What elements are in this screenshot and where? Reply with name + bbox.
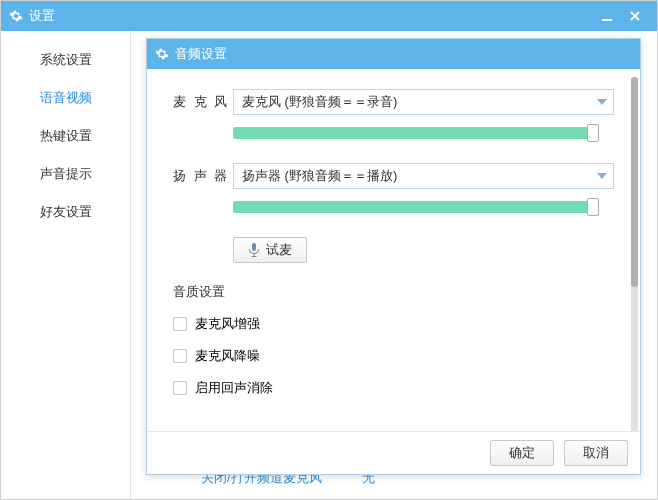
chevron-down-icon [597,173,607,179]
minimize-button[interactable] [593,2,621,30]
speaker-row: 扬 声 器 扬声器 (野狼音频＝＝播放) [173,163,614,189]
speaker-slider-row [173,201,614,213]
sidebar-item-label: 系统设置 [40,52,92,67]
titlebar: 设置 [1,1,657,31]
slider-thumb[interactable] [587,124,599,142]
test-mic-label: 试麦 [266,241,292,259]
sidebar-item-label: 好友设置 [40,204,92,219]
dialog-titlebar: 音频设置 [147,39,640,69]
gear-icon [155,47,169,61]
checkbox-mic-boost-row: 麦克风增强 [173,315,614,333]
checkbox-label: 启用回声消除 [195,379,273,397]
sidebar-item-label: 声音提示 [40,166,92,181]
checkbox-echo-cancel[interactable] [173,381,187,395]
checkbox-label: 麦克风降噪 [195,347,260,365]
svg-rect-0 [602,19,612,21]
sidebar-item-label: 语音视频 [40,90,92,105]
mic-slider-row [173,127,614,139]
test-mic-row: 试麦 [173,237,614,263]
scrollbar-thumb[interactable] [631,77,638,287]
window-title: 设置 [29,7,593,25]
dialog-title: 音频设置 [175,45,632,63]
sidebar-item-hotkeys[interactable]: 热键设置 [1,117,130,155]
mic-icon [248,243,260,257]
mic-label: 麦 克 风 [173,93,233,111]
gear-icon [9,9,23,23]
dialog-footer: 确定 取消 [147,431,640,474]
mic-select[interactable]: 麦克风 (野狼音频＝＝录音) [233,89,614,115]
checkbox-noise-reduction[interactable] [173,349,187,363]
chevron-down-icon [597,99,607,105]
speaker-volume-slider[interactable] [233,201,593,213]
sidebar-item-system[interactable]: 系统设置 [1,41,130,79]
ok-button[interactable]: 确定 [490,440,554,466]
quality-section-title: 音质设置 [173,283,614,301]
checkbox-label: 麦克风增强 [195,315,260,333]
mic-select-value: 麦克风 (野狼音频＝＝录音) [242,93,397,111]
speaker-select-value: 扬声器 (野狼音频＝＝播放) [242,167,397,185]
sidebar-item-voice-video[interactable]: 语音视频 [1,79,130,117]
checkbox-mic-boost[interactable] [173,317,187,331]
slider-thumb[interactable] [587,198,599,216]
close-button[interactable] [621,2,649,30]
sidebar-item-sound-alerts[interactable]: 声音提示 [1,155,130,193]
checkbox-noise-reduction-row: 麦克风降噪 [173,347,614,365]
ok-label: 确定 [509,444,535,462]
sidebar-item-label: 热键设置 [40,128,92,143]
cancel-label: 取消 [583,444,609,462]
audio-settings-dialog: 音频设置 麦 克 风 麦克风 (野狼音频＝＝录音) 扬 声 器 扬声器 (野狼音… [146,38,641,475]
speaker-label: 扬 声 器 [173,167,233,185]
cancel-button[interactable]: 取消 [564,440,628,466]
scrollbar[interactable] [631,77,638,431]
mic-row: 麦 克 风 麦克风 (野狼音频＝＝录音) [173,89,614,115]
mic-volume-slider[interactable] [233,127,593,139]
checkbox-echo-cancel-row: 启用回声消除 [173,379,614,397]
test-mic-button[interactable]: 试麦 [233,237,307,263]
sidebar: 系统设置 语音视频 热键设置 声音提示 好友设置 [1,31,131,499]
dialog-body: 麦 克 风 麦克风 (野狼音频＝＝录音) 扬 声 器 扬声器 (野狼音频＝＝播放… [147,69,640,431]
speaker-select[interactable]: 扬声器 (野狼音频＝＝播放) [233,163,614,189]
sidebar-item-friends[interactable]: 好友设置 [1,193,130,231]
